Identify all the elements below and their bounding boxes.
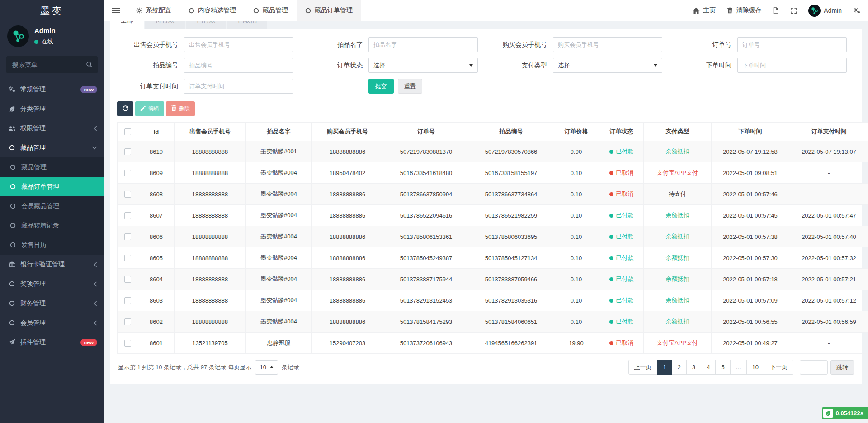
row-checkbox[interactable] — [124, 170, 131, 176]
filter-order-status-select[interactable]: 选择 — [368, 58, 478, 73]
user-menu[interactable]: Admin — [808, 5, 842, 17]
row-checkbox[interactable] — [124, 148, 131, 155]
gear-icon — [136, 7, 142, 14]
sidebar-item[interactable]: 奖项管理 — [0, 274, 104, 294]
home-button[interactable]: 主页 — [693, 6, 716, 14]
cell-seller-phone: 18888888888 — [175, 162, 246, 184]
sidebar-subitem[interactable]: 发售日历 — [0, 235, 104, 255]
row-checkbox[interactable] — [124, 340, 131, 347]
reset-button[interactable]: 重置 — [398, 79, 422, 94]
menu-toggle-button[interactable] — [104, 0, 127, 21]
circle-icon — [9, 203, 17, 209]
cell-id: 8609 — [138, 162, 175, 184]
sidebar-item[interactable]: 分类管理 — [0, 99, 104, 119]
topbar-tab[interactable]: 藏品订单管理 — [297, 0, 361, 21]
row-checkbox[interactable] — [124, 297, 131, 304]
filter-control — [184, 79, 293, 94]
topbar-tab[interactable]: 内容精选管理 — [180, 0, 245, 21]
page-button[interactable]: 3 — [686, 360, 701, 375]
page-jump-input[interactable] — [800, 360, 828, 375]
sidebar-subitem-label: 藏品管理 — [21, 163, 97, 171]
sidebar-item[interactable]: 常规管理new — [0, 80, 104, 99]
sidebar-item[interactable]: 会员管理 — [0, 313, 104, 333]
cell-paid-time: 2022-05-07 19:13:07 — [789, 141, 868, 162]
row-checkbox[interactable] — [124, 255, 131, 261]
sidebar-subitem[interactable]: 藏品订单管理 — [0, 177, 104, 196]
row-checkbox[interactable] — [124, 276, 131, 283]
filter-label: 出售会员手机号 — [117, 41, 184, 49]
status-label: 已付款 — [616, 318, 634, 326]
cell-status: 已取消 — [599, 333, 644, 354]
menu-search-input[interactable] — [6, 56, 98, 73]
filter-item-name-input[interactable] — [368, 37, 478, 52]
cell-seller-phone: 13521139705 — [175, 333, 246, 354]
page-size-dropdown[interactable]: 10 — [255, 360, 278, 375]
delete-button[interactable]: 删除 — [166, 101, 195, 116]
cell-created-time: 2022-05-01 00:57:30 — [712, 247, 789, 269]
sidebar-item[interactable]: 银行卡验证管理 — [0, 255, 104, 274]
filter-label: 订单状态 — [302, 62, 368, 70]
page-button[interactable]: 10 — [746, 360, 764, 375]
cell-item-name: 墨变骷髅#004 — [246, 184, 312, 205]
select-all-checkbox[interactable] — [124, 128, 131, 135]
sidebar-item-label: 插件管理 — [20, 338, 80, 347]
filter-label: 购买会员手机号 — [486, 41, 553, 49]
row-select-cell — [118, 162, 138, 184]
status-dot — [609, 299, 613, 303]
next-page-button[interactable]: 下一页 — [764, 360, 793, 375]
settings-button[interactable] — [853, 7, 861, 14]
row-checkbox[interactable] — [124, 233, 131, 240]
filter-order-no-input[interactable] — [737, 37, 847, 52]
cell-item-name: 墨变骷髅#004 — [246, 311, 312, 333]
filter-paid-time-input[interactable] — [184, 79, 293, 94]
clear-cache-button[interactable]: 清除缓存 — [727, 6, 761, 14]
brand-logo: 墨变 — [0, 0, 104, 22]
page-button[interactable]: 4 — [701, 360, 716, 375]
page-button[interactable]: 5 — [715, 360, 730, 375]
row-checkbox[interactable] — [124, 212, 131, 219]
home-icon — [693, 7, 700, 14]
sidebar-item-label: 分类管理 — [20, 105, 97, 113]
main-content: 全部待付款已付款已取消 出售会员手机号拍品名字购买会员手机号订单号拍品编号订单状… — [104, 0, 868, 384]
refresh-button[interactable] — [117, 101, 133, 116]
cell-order-no: 5013785045249387 — [383, 247, 469, 269]
filter-buyer-phone-input[interactable] — [553, 37, 662, 52]
sidebar-subitem[interactable]: 会员藏品管理 — [0, 196, 104, 216]
page-button[interactable]: 1 — [657, 360, 672, 375]
sidebar-subitem[interactable]: 藏品管理 — [0, 157, 104, 177]
cell-paid-time: - — [789, 184, 868, 205]
bank-icon — [8, 261, 16, 268]
new-badge: new — [80, 339, 97, 346]
topbar-tab[interactable]: 系统配置 — [127, 0, 180, 21]
status-badge: 已付款 — [609, 275, 634, 283]
cell-item-no: 5013783887059466 — [469, 269, 553, 290]
column-header: 订单价格 — [553, 123, 599, 141]
submit-button[interactable]: 提交 — [368, 79, 394, 94]
file-button[interactable] — [773, 7, 779, 14]
topbar-tab[interactable]: 藏品管理 — [245, 0, 297, 21]
filter-item-no-input[interactable] — [184, 58, 293, 73]
cell-pay-type: 余额抵扣 — [644, 226, 712, 247]
filter-seller-phone-input[interactable] — [184, 37, 293, 52]
sidebar-item[interactable]: 插件管理new — [0, 333, 104, 352]
row-checkbox[interactable] — [124, 318, 131, 325]
filter-created-time-input[interactable] — [737, 58, 847, 73]
sidebar-item[interactable]: 藏品管理 — [0, 138, 104, 157]
page-jump-button[interactable]: 跳转 — [830, 360, 854, 375]
fullscreen-button[interactable] — [790, 7, 797, 14]
cell-item-no: 5013785806033695 — [469, 226, 553, 247]
filter-buttons: 提交重置 — [368, 79, 422, 94]
sidebar-item[interactable]: 权限管理 — [0, 119, 104, 138]
prev-page-button[interactable]: 上一页 — [628, 360, 658, 375]
edit-button[interactable]: 编辑 — [135, 101, 164, 116]
status-badge: 已付款 — [609, 254, 634, 262]
cell-buyer-phone: 18888888886 — [312, 205, 383, 226]
cell-status: 已付款 — [599, 141, 644, 162]
filter-pay-type-select[interactable]: 选择 — [553, 58, 662, 73]
row-checkbox[interactable] — [124, 191, 131, 198]
sidebar-subitem[interactable]: 藏品转增记录 — [0, 216, 104, 235]
sidebar-item[interactable]: 财务管理 — [0, 294, 104, 313]
page-button[interactable]: 2 — [672, 360, 687, 375]
user-panel: Admin 在线 — [0, 22, 104, 54]
cell-pay-type: 待支付 — [644, 184, 712, 205]
